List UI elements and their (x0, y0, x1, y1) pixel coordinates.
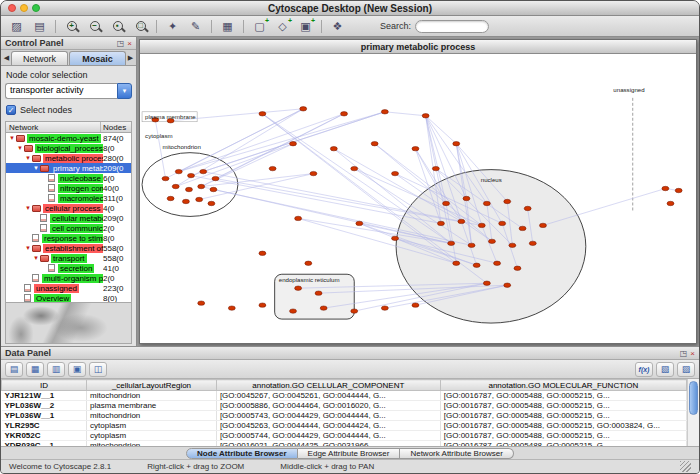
network-node[interactable] (422, 114, 429, 118)
match-attribute-icon[interactable]: ▣ (68, 362, 86, 377)
expander-icon[interactable]: ▼ (16, 145, 24, 151)
delete-row-icon[interactable]: ◫ (89, 362, 107, 377)
network-node[interactable] (667, 201, 674, 205)
vizmapper-icon[interactable]: ❖ (327, 17, 348, 35)
tree-row[interactable]: cellular metabol209(0 (6, 213, 131, 223)
network-node[interactable] (259, 251, 266, 255)
network-node[interactable] (228, 306, 235, 310)
network-node[interactable] (290, 309, 297, 313)
network-node[interactable] (381, 110, 388, 114)
table-row[interactable]: YPL036W__2plasma membrane[GO:0005886, GO… (2, 401, 687, 411)
network-edge[interactable] (385, 112, 426, 116)
resize-grip[interactable] (680, 461, 691, 472)
tree-row[interactable]: ▼transport558(0 (6, 253, 131, 263)
network-node[interactable] (478, 223, 485, 227)
tree-row[interactable]: macromolecule311(0 (6, 193, 131, 203)
network-node[interactable] (381, 306, 388, 310)
network-node[interactable] (662, 186, 669, 190)
network-node[interactable] (675, 188, 682, 192)
network-node[interactable] (509, 243, 516, 247)
network-node[interactable] (175, 169, 182, 173)
add-node-icon[interactable]: ▢+ (249, 17, 270, 35)
create-attribute-icon[interactable]: ▦ (26, 362, 44, 377)
zoom-out-icon[interactable]: − (84, 17, 105, 35)
network-edge[interactable] (179, 112, 385, 172)
search-input[interactable] (415, 20, 489, 33)
network-node[interactable] (295, 286, 302, 290)
tab-node-attribute-browser[interactable]: Node Attribute Browser (186, 448, 298, 459)
network-node[interactable] (432, 166, 439, 170)
close-data-panel-icon[interactable]: × (690, 349, 695, 358)
tree-row[interactable]: ▼mosaic-demo-yeast874(0 (6, 133, 131, 143)
compartment-nucleus[interactable] (396, 170, 586, 323)
network-overview-icon[interactable]: ▦ (217, 17, 238, 35)
create-network-view-icon[interactable]: ▣+ (295, 17, 316, 35)
window-titlebar[interactable]: Cytoscape Desktop (New Session) (1, 1, 699, 16)
network-node[interactable] (392, 236, 399, 240)
network-node[interactable] (259, 112, 266, 116)
table-row[interactable]: YKR052Ccytoplasm[GO:0005744, GO:0044429,… (2, 431, 687, 441)
network-node[interactable] (514, 266, 521, 270)
tree-row[interactable]: multi-organism pro2(0 (6, 273, 131, 283)
network-node[interactable] (310, 171, 317, 175)
show-graphics-details-icon[interactable]: ✦ (162, 17, 183, 35)
tab-mosaic[interactable]: Mosaic (69, 51, 126, 65)
network-node[interactable] (320, 306, 327, 310)
tree-row[interactable]: nitrogen compou40(0 (6, 183, 131, 193)
network-node[interactable] (504, 199, 511, 203)
network-node[interactable] (212, 176, 219, 180)
network-node[interactable] (458, 219, 465, 223)
network-node[interactable] (269, 166, 276, 170)
network-node[interactable] (305, 261, 312, 265)
network-overview-thumbnail[interactable] (5, 303, 132, 344)
tree-row[interactable]: secretion41(0 (6, 263, 131, 273)
float-data-panel-icon[interactable]: ◳ (680, 349, 688, 358)
network-node[interactable] (196, 197, 203, 201)
import-attributes-icon[interactable]: ▧ (656, 362, 674, 377)
tree-row[interactable]: ▼cellular process4(0 (6, 203, 131, 213)
network-snapshot-icon[interactable]: ✎ (185, 17, 206, 35)
column-header[interactable]: annotation.GO CELLULAR_COMPONENT (216, 380, 440, 391)
network-node[interactable] (198, 301, 205, 305)
expander-icon[interactable]: ▼ (24, 205, 32, 211)
combobox-arrow-icon[interactable]: ▼ (117, 83, 132, 99)
table-row[interactable]: YPL036W__1mitochondrion[GO:0005743, GO:0… (2, 411, 687, 421)
network-node[interactable] (182, 199, 189, 203)
table-row[interactable]: YJR121W__1mitochondrion[GO:0045267, GO:0… (2, 391, 687, 401)
zoom-fit-icon[interactable]: □ (130, 17, 151, 35)
close-window-icon[interactable] (8, 4, 16, 12)
network-node[interactable] (162, 176, 169, 180)
expander-icon[interactable]: ▼ (32, 165, 40, 171)
network-node[interactable] (468, 243, 475, 247)
network-node[interactable] (356, 221, 363, 225)
tree-row[interactable]: cell communicat2(0 (6, 223, 131, 233)
tree-row[interactable]: ▼establishment of lo558(0 (6, 243, 131, 253)
network-edge[interactable] (179, 114, 344, 172)
network-node[interactable] (290, 141, 297, 145)
network-node[interactable] (483, 281, 490, 285)
network-edge[interactable] (191, 176, 441, 224)
table-scrollbar[interactable] (687, 379, 699, 446)
network-node[interactable] (167, 196, 174, 200)
expander-icon[interactable]: ▼ (24, 155, 32, 161)
save-session-icon[interactable]: ▤ (29, 17, 50, 35)
tree-row[interactable]: ▼metabolic process280(0 (6, 153, 131, 163)
network-node[interactable] (504, 283, 511, 287)
network-view-frame[interactable]: primary metabolic process plasma membran… (139, 39, 697, 344)
tree-row[interactable]: response to stimulu8(0 (6, 233, 131, 243)
tree-row[interactable]: ▼biological_process8(0 (6, 143, 131, 153)
network-view-title[interactable]: primary metabolic process (140, 40, 696, 54)
network-node[interactable] (463, 196, 470, 200)
network-node[interactable] (488, 239, 495, 243)
network-node[interactable] (300, 107, 307, 111)
network-node[interactable] (473, 263, 480, 267)
zoom-in-icon[interactable]: + (61, 17, 82, 35)
network-node[interactable] (519, 226, 526, 230)
close-panel-icon[interactable]: × (127, 39, 132, 48)
tree-column-nodes[interactable]: Nodes (101, 122, 131, 132)
network-canvas[interactable]: plasma membranecytoplasmmitochondrionnuc… (140, 54, 696, 343)
column-header[interactable]: _cellularLayoutRegion (87, 380, 217, 391)
select-attributes-icon[interactable]: ▤ (5, 362, 23, 377)
network-node[interactable] (412, 303, 419, 307)
tree-column-network[interactable]: Network (6, 122, 101, 132)
